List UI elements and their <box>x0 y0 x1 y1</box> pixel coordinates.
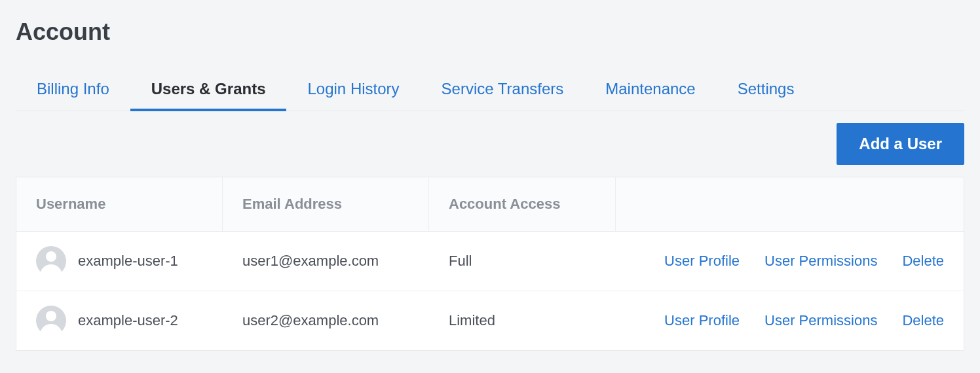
delete-link[interactable]: Delete <box>902 312 944 329</box>
tab-maintenance[interactable]: Maintenance <box>584 72 716 111</box>
table-row: example-user-1 user1@example.com Full Us… <box>16 232 964 291</box>
add-user-button[interactable]: Add a User <box>837 123 964 165</box>
username-text: example-user-2 <box>78 312 178 329</box>
avatar-icon <box>36 306 66 336</box>
tab-billing-info[interactable]: Billing Info <box>16 72 130 111</box>
tab-service-transfers[interactable]: Service Transfers <box>421 72 585 111</box>
tab-login-history[interactable]: Login History <box>286 72 420 111</box>
avatar-icon <box>36 246 66 276</box>
user-profile-link[interactable]: User Profile <box>664 312 740 329</box>
toolbar: Add a User <box>16 111 964 177</box>
tabs: Billing Info Users & Grants Login Histor… <box>16 72 964 111</box>
cell-access: Limited <box>429 298 616 344</box>
cell-email: user2@example.com <box>223 298 429 344</box>
page-title: Account <box>16 18 964 46</box>
cell-username: example-user-1 <box>16 232 223 291</box>
table-row: example-user-2 user2@example.com Limited… <box>16 291 964 350</box>
cell-actions: User Profile User Permissions Delete <box>616 238 964 284</box>
cell-access: Full <box>429 238 616 284</box>
delete-link[interactable]: Delete <box>902 253 944 270</box>
users-table: Username Email Address Account Access ex… <box>16 177 964 351</box>
tab-users-grants[interactable]: Users & Grants <box>130 72 287 111</box>
col-access: Account Access <box>429 177 616 231</box>
user-permissions-link[interactable]: User Permissions <box>764 253 877 270</box>
col-username: Username <box>16 177 223 231</box>
username-text: example-user-1 <box>78 253 178 270</box>
tab-settings[interactable]: Settings <box>717 72 816 111</box>
user-profile-link[interactable]: User Profile <box>664 253 740 270</box>
col-actions <box>616 186 964 222</box>
cell-actions: User Profile User Permissions Delete <box>616 298 964 344</box>
table-header: Username Email Address Account Access <box>16 177 964 232</box>
user-permissions-link[interactable]: User Permissions <box>764 312 877 329</box>
col-email: Email Address <box>223 177 429 231</box>
cell-username: example-user-2 <box>16 291 223 350</box>
cell-email: user1@example.com <box>223 238 429 284</box>
